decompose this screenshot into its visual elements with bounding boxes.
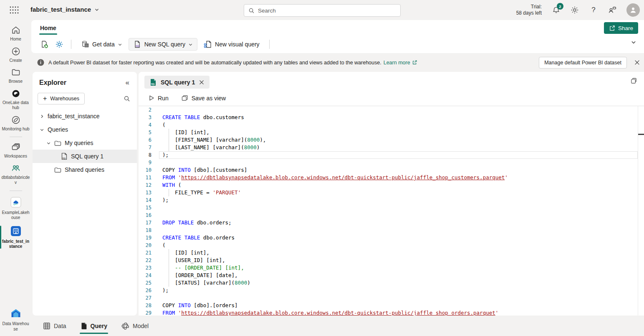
code-text: [ID] [int], [162,249,210,257]
code-line-11[interactable]: 11FROM 'https://dbtlabsynapsedatalake.bl… [139,174,644,181]
view-tab-data[interactable]: Data [38,316,71,336]
rail-item-workspaces[interactable]: Workspaces [0,142,31,159]
rail-item-monitoring-hub[interactable]: Monitoring hub [0,115,31,132]
settings-gear-icon[interactable] [570,5,579,15]
learn-more-link[interactable]: Learn more [384,60,417,66]
code-text: [LAST_NAME] [varchar](8000) [162,144,260,151]
rail-item-label: fabric_test_instance [2,239,30,249]
run-button[interactable]: Run [144,92,173,104]
code-line-10[interactable]: 10COPY INTO [dbo].[customers] [139,166,644,174]
code-line-28[interactable]: 28COPY INTO [dbo].[orders] [139,302,644,309]
tree-item-fabric-test-instance[interactable]: fabric_test_instance [33,109,137,123]
tree-item-label: Shared queries [65,166,104,173]
save-as-view-button[interactable]: Save as view [177,92,230,104]
code-line-29[interactable]: 29FROM 'https://dbtlabsynapsedatalake.bl… [139,309,644,316]
info-icon [37,59,44,66]
rail-item-home[interactable]: Home [0,25,31,42]
code-line-22[interactable]: 22 [USER_ID] [int], [139,257,644,264]
new-sql-query-button[interactable]: SQL New SQL query [129,38,197,51]
new-visual-query-button[interactable]: New visual query [199,38,264,51]
code-text: FROM 'https://dbtlabsynapsedatalake.blob… [162,309,498,316]
toolbar-divider [71,40,71,49]
rail-item-data-warehouse[interactable]: Data Warehouse [0,307,31,332]
copy-icon[interactable] [630,77,637,84]
code-line-18[interactable]: 18 [139,227,644,234]
code-line-27[interactable]: 27 [139,294,644,302]
tab-close-icon[interactable] [199,80,204,85]
get-data-button[interactable]: Get data [76,38,127,51]
code-line-5[interactable]: 5 [ID] [int], [139,129,644,136]
tree-item-sql-query-1[interactable]: SQLSQL query 1 [33,150,137,163]
code-line-13[interactable]: 13 FILE_TYPE = 'PARQUET' [139,189,644,196]
banner-close-icon[interactable] [633,59,641,67]
rail-item-examplelakehouse[interactable]: ExampleLakehouse [0,196,31,221]
add-warehouses-button[interactable]: + Warehouses [38,93,85,104]
code-text: ( [162,121,166,129]
line-number: 28 [139,302,152,309]
chevron-down-icon[interactable] [46,141,51,145]
code-line-17[interactable]: 17DROP TABLE dbo.orders; [139,219,644,227]
view-tab-model[interactable]: Model [116,316,154,336]
rail-item-label: Home [10,37,21,42]
explorer-search-icon[interactable] [124,95,130,102]
code-line-19[interactable]: 19CREATE TABLE dbo.orders [139,234,644,242]
ribbon: Home Share [31,20,644,53]
chevron-right-icon[interactable] [39,114,44,119]
rail-item-onelake-data-hub[interactable]: OneLake data hub [0,89,31,111]
tree-item-queries[interactable]: Queries [33,123,137,136]
help-icon[interactable]: ? [589,5,598,15]
workspace-switcher[interactable]: fabric_test_instance [30,6,99,13]
ribbon-collapse-chevron-icon[interactable] [631,39,636,45]
rail-item-dbtlabsfabricdev[interactable]: dbtlabsfabricdev [0,163,31,186]
code-text: COPY INTO [dbo].[orders] [162,302,238,309]
code-line-3[interactable]: 3CREATE TABLE dbo.customers [139,114,644,121]
code-line-26[interactable]: 26); [139,287,644,294]
line-number: 4 [139,121,152,129]
tree-item-my-queries[interactable]: My queries [33,136,137,150]
search-input[interactable] [258,8,396,14]
global-search[interactable] [244,4,401,17]
sql-code-editor[interactable]: 23CREATE TABLE dbo.customers4(5 [ID] [in… [139,106,644,316]
code-text: WITH ( [162,181,181,189]
code-line-16[interactable]: 16 [139,211,644,219]
view-tab-query[interactable]: Query [76,316,112,336]
tree-item-shared-queries[interactable]: Shared queries [33,163,137,176]
refresh-document-icon[interactable] [38,38,51,51]
collapse-panel-icon[interactable]: « [126,79,129,87]
code-line-15[interactable]: 15 [139,204,644,211]
app-launcher-icon[interactable] [9,6,19,14]
code-line-8[interactable]: 8); [139,151,644,159]
code-line-7[interactable]: 7 [LAST_NAME] [varchar](8000) [139,144,644,151]
notifications-bell-icon[interactable]: 2 [551,5,561,15]
query-settings-gear-icon[interactable] [53,38,66,51]
svg-text:SQL: SQL [136,45,140,47]
rail-item-create[interactable]: Create [0,46,31,64]
code-line-20[interactable]: 20( [139,242,644,249]
code-line-21[interactable]: 21 [ID] [int], [139,249,644,257]
code-line-2[interactable]: 2 [139,106,644,114]
code-line-25[interactable]: 25 [STATUS] [varchar](8000) [139,279,644,287]
query-panel: SQL SQL query 1 Run [139,72,644,316]
code-line-23[interactable]: 23 -- [ORDER_DATE] [int], [139,264,644,272]
share-button[interactable]: Share [604,22,638,34]
feedback-icon[interactable] [608,5,617,15]
sql-file-icon: SQL [61,153,68,160]
tab-home[interactable]: Home [35,20,61,36]
chevron-down-icon[interactable] [39,127,44,132]
account-avatar[interactable] [626,3,640,17]
code-line-6[interactable]: 6 [FIRST_NAME] [varchar](8000), [139,136,644,144]
rail-item-fabric-test-instance[interactable]: fabric_test_instance [0,225,31,249]
rail-item-label: ExampleLakehouse [2,210,30,221]
query-command-bar: Run Save as view [139,90,644,106]
code-text: [ORDER_DATE] [date], [162,272,238,279]
code-line-4[interactable]: 4( [139,121,644,129]
tab-sql-query-1[interactable]: SQL SQL query 1 [144,76,210,89]
code-line-12[interactable]: 12WITH ( [139,181,644,189]
code-line-9[interactable]: 9 [139,159,644,166]
sql-document-icon: SQL [133,40,141,48]
rail-item-browse[interactable]: Browse [0,67,31,84]
code-line-24[interactable]: 24 [ORDER_DATE] [date], [139,272,644,279]
code-line-14[interactable]: 14); [139,196,644,204]
line-number: 25 [139,279,152,287]
manage-default-dataset-button[interactable]: Manage default Power BI dataset [539,57,627,69]
